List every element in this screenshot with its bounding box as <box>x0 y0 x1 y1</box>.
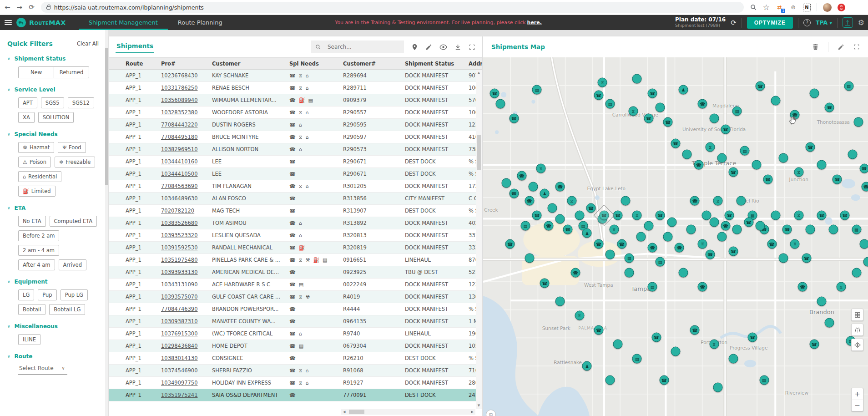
eye-icon[interactable] <box>439 44 447 51</box>
search-box[interactable] <box>311 41 404 53</box>
shipment-marker[interactable]: ▤ <box>532 85 542 94</box>
address-bar[interactable]: https://saia-uat.routemax.com/ibplanning… <box>41 2 744 13</box>
shipment-marker[interactable]: ☎ <box>490 88 500 98</box>
filter-chip-iline[interactable]: ILINE <box>18 334 40 345</box>
filter-chip-poison[interactable]: ⚠Poison <box>18 157 51 167</box>
bookmark-star-icon[interactable]: ☆ <box>763 4 770 11</box>
pro-number-link[interactable]: 10298436840 <box>161 343 197 349</box>
shipment-marker[interactable] <box>778 153 788 162</box>
map-grid-icon[interactable] <box>851 309 863 321</box>
filter-chip-hazmat[interactable]: ☢Hazmat <box>18 142 54 153</box>
pro-number-link[interactable]: 10343131090 <box>161 281 197 288</box>
shipment-marker[interactable]: ☎ <box>706 250 715 259</box>
scroll-right-icon[interactable]: ▶ <box>469 410 475 414</box>
filter-chip-residential[interactable]: ⌂Residential <box>18 171 61 182</box>
shipment-marker[interactable]: ☎ <box>721 221 730 231</box>
table-row[interactable]: APP_110328352380WOOFDORF ASTORIA☎⧖⌂R2905… <box>109 107 482 119</box>
filter-section-eta[interactable]: ∨ETA <box>7 205 99 211</box>
refresh-plan-icon[interactable]: ⟳ <box>731 19 737 27</box>
table-row[interactable]: APP_110309387310MANATEE COUNTY WA...☎096… <box>109 315 482 328</box>
column-header-customer[interactable]: Customer# <box>343 61 405 67</box>
shipment-marker[interactable] <box>555 214 565 223</box>
shipment-marker[interactable] <box>663 232 673 242</box>
browser-menu-icon[interactable] <box>838 4 845 11</box>
shipment-marker[interactable] <box>736 196 746 206</box>
shipment-marker[interactable]: ☎ <box>756 81 765 91</box>
table-row[interactable]: APP_177084443220DUSTIN ROGERS☎⌂R290595DO… <box>109 119 482 131</box>
scroll-left-icon[interactable]: ◀ <box>341 410 347 414</box>
shipment-marker[interactable]: ⧖ <box>790 239 800 249</box>
shipment-marker[interactable] <box>621 196 631 206</box>
shipment-marker[interactable] <box>806 225 815 234</box>
shipment-marker[interactable] <box>501 178 511 188</box>
shipment-marker[interactable]: ☎ <box>809 340 819 349</box>
filter-chip-lg[interactable]: LG <box>18 289 34 300</box>
map-edit-pencil-icon[interactable] <box>838 44 844 51</box>
shipment-marker[interactable]: ⧖ <box>794 210 803 220</box>
shipment-marker[interactable] <box>701 210 711 220</box>
filter-section-special-needs[interactable]: ∨Special Needs <box>7 131 99 137</box>
shipment-marker[interactable] <box>752 160 761 170</box>
shipment-marker[interactable] <box>771 96 780 105</box>
shipment-marker[interactable] <box>528 182 538 191</box>
shipment-marker[interactable] <box>709 113 719 123</box>
column-header-customer[interactable]: Customer <box>212 61 289 67</box>
shipment-marker[interactable] <box>606 375 615 385</box>
shipment-marker[interactable]: ☎ <box>690 196 700 206</box>
pro-number-link[interactable]: 77084746390 <box>161 306 197 312</box>
shipment-marker[interactable]: ▤ <box>606 99 615 109</box>
column-header-shipment-status[interactable]: Shipment Status <box>405 61 469 67</box>
search-page-icon[interactable] <box>750 4 757 11</box>
shipment-marker[interactable] <box>809 88 819 98</box>
shipment-marker[interactable] <box>778 254 788 263</box>
shipment-marker[interactable]: ☎ <box>767 239 777 249</box>
shipment-marker[interactable]: ⧖ <box>713 196 723 206</box>
column-header-pro[interactable]: Pro# <box>161 61 212 67</box>
table-row[interactable]: APP_110382969510ALLISON NORTON☎⌂R290573D… <box>109 143 482 156</box>
shipment-marker[interactable] <box>656 103 665 112</box>
shipment-marker[interactable]: ☎ <box>721 124 730 134</box>
shipment-marker[interactable]: ☎ <box>825 103 834 112</box>
shipment-marker[interactable] <box>756 221 765 231</box>
table-row[interactable]: APP_110393933130AMERICAN MEDICAL DE...☎0… <box>109 266 482 279</box>
shipment-marker[interactable]: ☎ <box>540 279 550 288</box>
pro-number-link[interactable]: 10393575070 <box>161 294 197 300</box>
shipment-marker[interactable]: ▤ <box>844 81 853 91</box>
filter-section-miscellaneous[interactable]: ∨Miscellaneous <box>7 323 99 330</box>
filter-chip-sgs5[interactable]: SGS5 <box>41 97 64 108</box>
table-row[interactable]: APP_177084563690TIM FLANAGAN☎⧖⌂R301205DO… <box>109 180 482 193</box>
filter-chip-xa[interactable]: XA <box>18 112 35 123</box>
filter-chip-after-4-am[interactable]: After 4 am <box>18 259 55 270</box>
filter-section-service-level[interactable]: ∨Service Level <box>7 86 99 93</box>
shipment-marker[interactable]: ☎ <box>748 332 757 342</box>
shipment-marker[interactable] <box>682 149 692 159</box>
shipment-marker[interactable] <box>771 210 780 220</box>
download-icon[interactable] <box>454 44 461 51</box>
upload-icon[interactable]: ↑ <box>843 17 853 28</box>
pro-number-link[interactable]: 10344410500 <box>161 171 197 177</box>
table-row[interactable]: APP_110393575070GULF COAST CAR CARE ...☎… <box>109 291 482 303</box>
route-select[interactable]: Select Route∨ <box>18 364 67 375</box>
shipment-marker[interactable]: ⧖ <box>567 196 576 206</box>
table-row[interactable]: APP_110351975480PINELLAS PARK CARE & ...… <box>109 254 482 266</box>
shipment-marker[interactable]: ⧖ <box>794 167 803 177</box>
filter-chip-new[interactable]: New <box>19 67 54 78</box>
scrollbar-thumb[interactable] <box>477 135 481 170</box>
shipment-marker[interactable] <box>732 225 742 234</box>
shipment-marker[interactable]: ☎ <box>782 225 792 234</box>
column-header-address[interactable]: Address <box>469 61 482 67</box>
shipment-marker[interactable]: ☎ <box>698 99 707 109</box>
fullscreen-icon[interactable] <box>469 44 475 51</box>
pro-number-link[interactable]: 10349097750 <box>161 380 197 386</box>
pro-number-link[interactable]: 10351975480 <box>161 257 197 263</box>
shipment-marker[interactable] <box>852 268 861 277</box>
shipment-marker[interactable]: ☎ <box>690 325 700 335</box>
shipment-marker[interactable] <box>713 382 723 392</box>
table-row[interactable]: APP_110331786250RENAE BESCH☎⧖⌂R289711DOC… <box>109 82 482 94</box>
shipment-marker[interactable]: ☎ <box>555 182 565 191</box>
tab-shipments[interactable]: Shipments <box>116 41 154 53</box>
pro-number-link[interactable]: 77084495180 <box>161 134 197 140</box>
shipment-marker[interactable]: ☎ <box>594 239 603 249</box>
shipment-marker[interactable]: ☎ <box>617 239 626 249</box>
shipment-marker[interactable]: ☎ <box>525 196 534 206</box>
